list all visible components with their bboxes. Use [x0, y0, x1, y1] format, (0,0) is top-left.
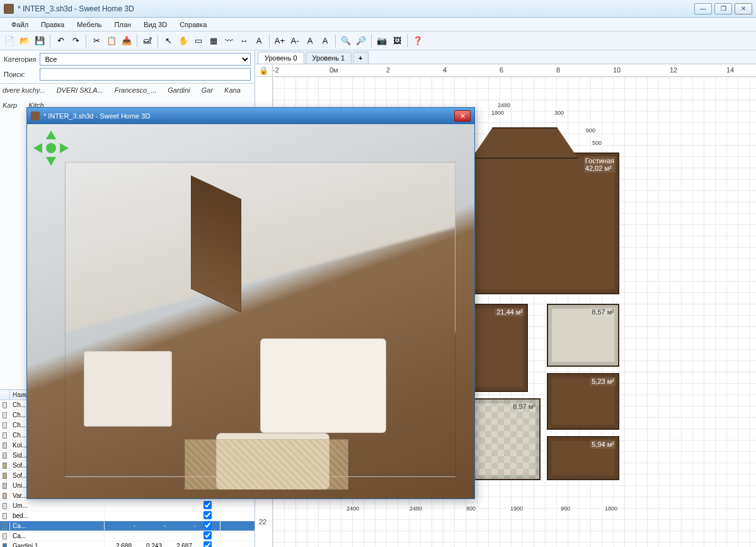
- view3d-window[interactable]: * INTER_3.sh3d - Sweet Home 3D ✕: [26, 107, 475, 499]
- menu-file[interactable]: Файл: [5, 19, 35, 30]
- room-icon[interactable]: ▦: [207, 34, 220, 48]
- zoom-out-icon[interactable]: 🔍: [339, 34, 353, 48]
- cut-icon[interactable]: ✂: [89, 34, 103, 48]
- dining-table-3d: [260, 338, 386, 433]
- dim-b4: 1900: [509, 505, 524, 512]
- nav3d-dpad: [33, 130, 69, 166]
- ruler-tick: 4: [443, 66, 447, 74]
- row-name: Ca...: [10, 522, 105, 530]
- visibility-checkbox[interactable]: [203, 541, 212, 547]
- add-furniture-icon[interactable]: 🛋: [140, 34, 154, 48]
- open-icon[interactable]: 📂: [18, 34, 32, 48]
- nav3d-up-icon[interactable]: [46, 130, 56, 139]
- text-icon[interactable]: A: [252, 34, 266, 48]
- toolbar-separator: [86, 35, 86, 47]
- dim-side-2: 500: [591, 140, 603, 146]
- tab-level-0[interactable]: Уровень 0: [258, 52, 304, 64]
- catalog-item[interactable]: dvere kuchy...: [3, 86, 45, 94]
- help-icon[interactable]: ❓: [411, 34, 425, 48]
- row-name: Gardini 1: [10, 542, 105, 547]
- font-color-icon[interactable]: A: [303, 34, 317, 48]
- catalog-item[interactable]: Gardini: [168, 86, 190, 94]
- catalog-item[interactable]: Francesco_...: [115, 86, 157, 94]
- table-row[interactable]: Um...: [0, 501, 255, 511]
- color-swatch: [3, 493, 7, 499]
- ruler-tick: 22: [259, 518, 266, 526]
- table-row[interactable]: bed...: [0, 511, 255, 521]
- main-titlebar: * INTER_3.sh3d - Sweet Home 3D — ❐ ✕: [0, 0, 756, 18]
- new-file-icon[interactable]: 📄: [3, 34, 16, 48]
- room-mid-right[interactable]: 8,57 м²: [547, 304, 619, 367]
- tab-level-1[interactable]: Уровень 1: [306, 52, 352, 64]
- font-minus-icon[interactable]: A-: [288, 34, 302, 48]
- color-swatch: [3, 483, 7, 489]
- polyline-icon[interactable]: 〰: [222, 34, 236, 48]
- toolbar-separator: [50, 35, 50, 47]
- menu-furniture[interactable]: Мебель: [71, 19, 108, 30]
- visibility-checkbox[interactable]: [203, 511, 212, 519]
- toolbar-separator: [407, 35, 408, 47]
- camera-icon[interactable]: 📷: [375, 34, 389, 48]
- nav3d-down-icon[interactable]: [46, 157, 56, 166]
- font-style-icon[interactable]: A: [318, 34, 332, 48]
- catalog-item[interactable]: DVERI SKLA...: [57, 86, 103, 94]
- color-swatch: [3, 432, 7, 439]
- view3d-close-button[interactable]: ✕: [454, 110, 471, 122]
- ruler-tick: 6: [500, 66, 503, 74]
- pan-icon[interactable]: ✋: [176, 34, 190, 48]
- menu-edit[interactable]: Правка: [35, 19, 71, 30]
- ruler-lock[interactable]: 🔒: [255, 64, 273, 77]
- maximize-button[interactable]: ❐: [714, 3, 732, 14]
- redo-icon[interactable]: ↷: [69, 34, 83, 48]
- color-swatch: [3, 513, 7, 519]
- close-button[interactable]: ✕: [735, 3, 752, 14]
- catalog-item[interactable]: Gar: [202, 86, 213, 94]
- search-input[interactable]: [40, 68, 251, 81]
- visibility-checkbox[interactable]: [203, 501, 212, 509]
- wall-icon[interactable]: ▭: [192, 34, 205, 48]
- app-icon: [4, 4, 14, 14]
- minimize-button[interactable]: —: [694, 3, 712, 14]
- ruler-horizontal: -20м2468101214: [273, 64, 756, 77]
- ruler-tick: 8: [556, 66, 560, 74]
- nav3d-center-icon[interactable]: [46, 143, 56, 153]
- row-name: bed...: [10, 512, 105, 520]
- menu-view3d[interactable]: Вид 3D: [137, 19, 173, 30]
- view3d-app-icon: [31, 112, 40, 120]
- dim-top-total: 2480: [496, 102, 512, 108]
- room-br-2[interactable]: 5,94 м²: [547, 436, 619, 480]
- ruler-tick: 14: [726, 66, 734, 74]
- visibility-checkbox[interactable]: [203, 521, 212, 529]
- table-row[interactable]: Ca...: [0, 531, 255, 541]
- catalog-item[interactable]: Karp: [3, 101, 17, 109]
- save-icon[interactable]: 💾: [33, 34, 47, 48]
- row-name: Um...: [10, 502, 105, 510]
- nav3d-left-icon[interactable]: [33, 143, 42, 153]
- dim-b1: 2400: [345, 505, 360, 512]
- zoom-in-icon[interactable]: 🔎: [354, 34, 368, 48]
- export-icon[interactable]: 🖼: [390, 34, 404, 48]
- nav3d-right-icon[interactable]: [60, 143, 69, 153]
- undo-icon[interactable]: ↶: [54, 34, 67, 48]
- tab-add-level[interactable]: +: [353, 52, 368, 64]
- table-row[interactable]: Ca...: [0, 521, 255, 531]
- row-name: Ca...: [10, 532, 105, 540]
- view3d-title: * INTER_3.sh3d - Sweet Home 3D: [43, 112, 454, 120]
- font-plus-icon[interactable]: A+: [273, 34, 287, 48]
- view3d-titlebar[interactable]: * INTER_3.sh3d - Sweet Home 3D ✕: [27, 108, 474, 124]
- catalog-item[interactable]: Kana: [224, 86, 241, 94]
- visibility-checkbox[interactable]: [203, 531, 212, 539]
- room-br-1[interactable]: 5,23 м²: [547, 373, 619, 430]
- dim-b6: 1800: [604, 505, 619, 512]
- copy-icon[interactable]: 📋: [105, 34, 118, 48]
- table-row[interactable]: Gardini 1 2,688 0,243 2,687: [0, 541, 255, 547]
- view3d-canvas[interactable]: [27, 124, 474, 498]
- category-select[interactable]: Все: [40, 53, 251, 66]
- dimension-icon[interactable]: ↔: [237, 34, 251, 48]
- menu-plan[interactable]: План: [108, 19, 138, 30]
- menu-bar: Файл Правка Мебель План Вид 3D Справка: [0, 18, 756, 32]
- color-swatch: [3, 412, 7, 418]
- select-icon[interactable]: ↖: [161, 34, 175, 48]
- menu-help[interactable]: Справка: [173, 19, 213, 30]
- paste-icon[interactable]: 📥: [120, 34, 134, 48]
